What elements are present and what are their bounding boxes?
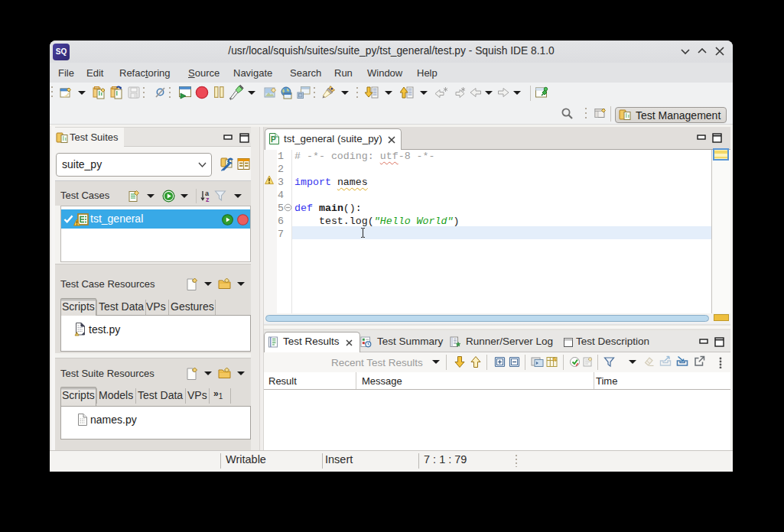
svg-text:P: P	[271, 135, 276, 144]
svg-text:z: z	[206, 196, 210, 203]
svg-text:!: !	[76, 332, 77, 336]
